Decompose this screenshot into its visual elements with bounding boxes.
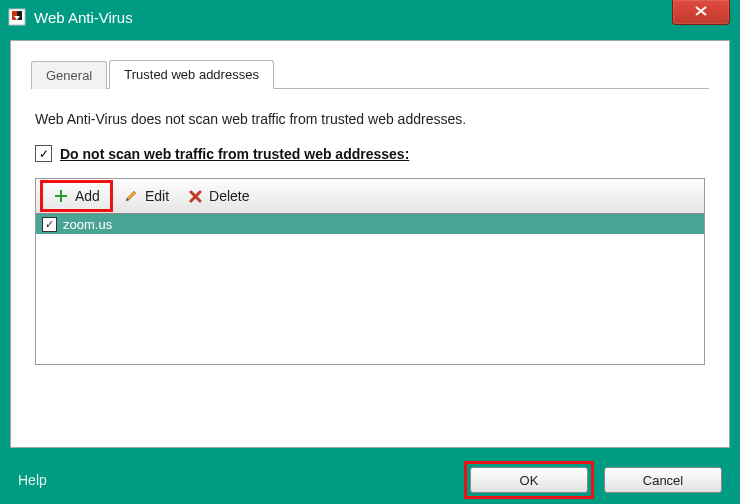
x-icon — [187, 188, 203, 204]
edit-button[interactable]: Edit — [115, 184, 177, 208]
option-row: ✓ Do not scan web traffic from trusted w… — [35, 145, 705, 162]
tab-trusted-web-addresses[interactable]: Trusted web addresses — [109, 60, 274, 89]
trusted-list[interactable]: ✓ zoom.us — [36, 214, 704, 364]
tab-description: Web Anti-Virus does not scan web traffic… — [35, 111, 705, 127]
svg-rect-2 — [55, 195, 67, 197]
tab-strip: General Trusted web addresses — [31, 59, 709, 89]
app-icon — [8, 8, 26, 26]
help-link[interactable]: Help — [18, 472, 47, 488]
list-item[interactable]: ✓ zoom.us — [36, 214, 704, 234]
close-icon — [695, 4, 707, 19]
list-item-label: zoom.us — [63, 217, 112, 232]
add-label: Add — [75, 188, 100, 204]
edit-label: Edit — [145, 188, 169, 204]
plus-icon — [53, 188, 69, 204]
window-title: Web Anti-Virus — [34, 9, 133, 26]
titlebar: Web Anti-Virus — [0, 0, 740, 34]
list-item-checkbox[interactable]: ✓ — [42, 217, 57, 232]
footer-bar: Help OK Cancel — [0, 456, 740, 504]
delete-button[interactable]: Delete — [179, 184, 257, 208]
cancel-button[interactable]: Cancel — [604, 467, 722, 493]
trusted-list-box: Add Edit — [35, 178, 705, 365]
ok-button[interactable]: OK — [470, 467, 588, 493]
option-checkbox[interactable]: ✓ — [35, 145, 52, 162]
highlight-ok: OK — [464, 461, 594, 499]
delete-label: Delete — [209, 188, 249, 204]
highlight-add: Add — [40, 180, 113, 212]
add-button[interactable]: Add — [45, 184, 108, 208]
content-panel: General Trusted web addresses Web Anti-V… — [10, 40, 730, 448]
pencil-icon — [123, 188, 139, 204]
close-button[interactable] — [672, 0, 730, 25]
tab-general[interactable]: General — [31, 61, 107, 89]
option-label: Do not scan web traffic from trusted web… — [60, 146, 409, 162]
window-frame: Web Anti-Virus General Trusted web addre… — [0, 0, 740, 504]
list-toolbar: Add Edit — [36, 179, 704, 214]
